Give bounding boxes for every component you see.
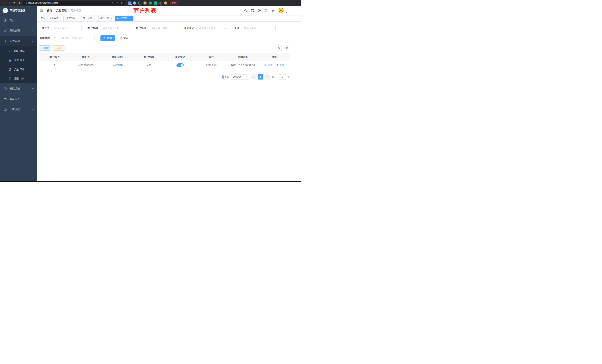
header-search-icon[interactable]: [244, 9, 247, 12]
chevron-down-icon: [32, 87, 34, 89]
share-icon[interactable]: [116, 2, 119, 4]
sidebar-item-merchant-info[interactable]: 商户信息: [0, 46, 37, 56]
page-1-button[interactable]: 1: [258, 74, 263, 79]
fullscreen-icon[interactable]: [265, 9, 268, 12]
tag-refund-order[interactable]: 退款订单×: [98, 16, 114, 21]
forward-icon[interactable]: [7, 0, 11, 5]
date-start-placeholder: 开始日期: [58, 36, 68, 40]
refresh-table-button[interactable]: [284, 45, 290, 51]
github-icon[interactable]: [251, 9, 254, 12]
refresh-icon: [120, 37, 122, 40]
password-key-icon[interactable]: [112, 2, 115, 4]
prev-page-button[interactable]: ‹: [251, 74, 256, 79]
cell-merchant-fullname: 芋道源码: [102, 61, 133, 70]
merchant-no-input[interactable]: [52, 25, 82, 31]
edit-icon: [264, 64, 267, 66]
browser-profile-avatar[interactable]: [164, 1, 167, 5]
back-icon[interactable]: [2, 0, 7, 5]
desktop-edge: [0, 181, 301, 182]
close-icon[interactable]: ×: [59, 17, 62, 20]
close-icon[interactable]: ×: [76, 17, 79, 20]
toolbar: 新增 导出: [39, 45, 290, 51]
search-form-row-2: 创建时间 开始日期 - 结束日期 搜索 重置: [39, 35, 290, 41]
page-content: 商户号 商户全称 商户简称 开启状态 请选择开启状态: [37, 21, 301, 182]
sidebar-item-app-info[interactable]: 应用信息: [0, 56, 37, 65]
sidebar-item-pay-order[interactable]: 支付订单: [0, 65, 37, 74]
tag-process-form[interactable]: 流程表单×: [48, 16, 64, 21]
home-icon[interactable]: [16, 0, 21, 5]
sidebar-item-infrastructure[interactable]: 基础设施: [0, 83, 37, 94]
extension-icon-3[interactable]: [138, 1, 141, 5]
table-row: 1 M233666999 芋道源码 芋艿 我是备注 2021-10-23 08:…: [39, 61, 290, 70]
add-button[interactable]: 新增: [39, 45, 51, 51]
merchant-fullname-input[interactable]: [100, 25, 130, 31]
help-icon[interactable]: [258, 9, 261, 12]
toggle-search-button[interactable]: [277, 45, 282, 51]
close-icon[interactable]: ×: [93, 17, 96, 20]
merchant-fullname-label: 商户全称: [87, 26, 98, 30]
sidebar-item-workflow[interactable]: 工作流程: [0, 104, 37, 115]
yen-icon: [4, 40, 7, 43]
date-end-placeholder: 结束日期: [72, 36, 82, 40]
chevron-down-icon: [246, 76, 247, 77]
browser-update-button[interactable]: 更新: [170, 1, 178, 5]
date-range-picker[interactable]: 开始日期 - 结束日期: [52, 35, 95, 41]
hamburger-icon[interactable]: [40, 9, 43, 12]
browser-menu-icon[interactable]: ⋮: [180, 1, 183, 5]
search-form-row-1: 商户号 商户全称 商户简称 开启状态 请选择开启状态: [39, 25, 290, 31]
chevron-up-icon: [32, 41, 34, 43]
tag-home[interactable]: 首页: [39, 16, 47, 21]
user-avatar[interactable]: [278, 8, 284, 13]
delete-link[interactable]: 删除: [276, 64, 284, 67]
breadcrumb-current: 商户信息: [71, 9, 81, 12]
sidebar-item-payment[interactable]: 支付管理: [0, 36, 37, 46]
close-icon[interactable]: ×: [129, 17, 132, 20]
breadcrumb-home[interactable]: 首页: [47, 9, 52, 12]
top-navbar: 首页 / 支付管理 / 商户信息 商户列表: [37, 6, 301, 15]
logo[interactable]: 芋道管理系统: [0, 6, 37, 15]
page-size-select[interactable]: 10条/页: [231, 74, 249, 79]
extension-icon-1[interactable]: 10: [128, 1, 131, 5]
sidebar: 芋道管理系统 首页 系统管理 支付管理: [0, 6, 37, 182]
sidebar-item-home[interactable]: 首页: [0, 15, 37, 26]
calendar-icon: [54, 37, 56, 40]
browser-toolbar: localhost:1024/pay/merchant 10 更新 ⋮: [0, 0, 301, 6]
sidebar-item-refund-order[interactable]: 退款订单: [0, 74, 37, 83]
cell-merchant-no: M233666999: [70, 61, 102, 70]
extension-icon-4[interactable]: [149, 1, 152, 5]
reset-button[interactable]: 重置: [117, 35, 131, 41]
merchant-shortname-input[interactable]: [148, 25, 178, 31]
close-icon[interactable]: ×: [110, 17, 112, 20]
extension-icon-5[interactable]: [154, 1, 157, 5]
search-icon: [278, 47, 281, 49]
breadcrumb-payment[interactable]: 支付管理: [56, 9, 66, 12]
create-time-label: 创建时间: [39, 36, 50, 40]
status-label: 开启状态: [184, 26, 194, 30]
status-select[interactable]: 请选择开启状态: [196, 25, 228, 31]
site-info-icon[interactable]: [24, 2, 27, 4]
bookmark-star-icon[interactable]: [120, 2, 123, 4]
status-toggle[interactable]: [176, 63, 184, 67]
trash-icon: [276, 64, 279, 66]
url-text: localhost:1024/pay/merchant: [28, 2, 112, 4]
extension-icon-6[interactable]: [159, 1, 162, 5]
goto-page-input[interactable]: [278, 74, 286, 79]
export-button[interactable]: 导出: [53, 45, 64, 51]
font-size-icon[interactable]: [271, 9, 275, 12]
avatar-dropdown-caret-icon[interactable]: [286, 12, 287, 13]
profile-extension-icon[interactable]: [143, 1, 147, 5]
sidebar-item-system[interactable]: 系统管理: [0, 26, 37, 36]
remark-input[interactable]: [242, 25, 276, 31]
search-button[interactable]: 搜索: [100, 35, 115, 41]
extension-icon-2[interactable]: [133, 1, 136, 5]
tag-merchant-info[interactable]: 商户信息×: [115, 16, 133, 21]
address-bar[interactable]: localhost:1024/pay/merchant: [23, 1, 125, 5]
next-page-button[interactable]: ›: [265, 74, 270, 79]
reload-icon[interactable]: [11, 0, 16, 5]
sidebar-item-dev-tools[interactable]: 研发工具: [0, 94, 37, 104]
edit-link[interactable]: 修改: [264, 64, 272, 67]
tag-user-group[interactable]: 用户分组×: [65, 16, 80, 21]
cell-create-time: 2021-10-23 08:31:14: [227, 61, 258, 70]
tag-pay-order[interactable]: 支付订单×: [82, 16, 97, 21]
active-dot: [117, 18, 118, 19]
